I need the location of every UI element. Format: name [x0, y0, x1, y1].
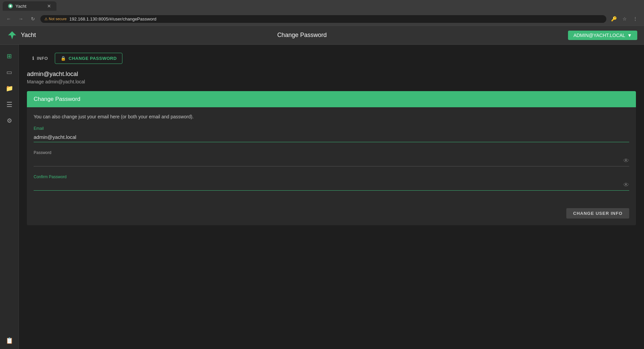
address-bar[interactable]: ⚠ Not secure 192.168.1.130:8005/#/user/c…	[40, 15, 606, 23]
card-footer: CHANGE USER INFO	[27, 205, 636, 225]
sidebar-item-dashboard[interactable]: ⊞	[2, 49, 17, 64]
password-input[interactable]	[34, 156, 629, 166]
form-description: You can also change just your email here…	[34, 114, 629, 119]
app-name: Yacht	[21, 32, 36, 39]
app-container: ⊞ ▭ 📁 ☰ ⚙ 📋 ⊙ ℹ INFO	[0, 45, 644, 349]
manage-label: Manage admin@yacht.local	[27, 79, 636, 84]
card-header: Change Password	[27, 91, 636, 107]
confirm-password-label: Confirm Password	[34, 174, 629, 179]
more-options-icon[interactable]: ⋮	[631, 14, 640, 24]
header-title: Change Password	[36, 32, 568, 39]
dashboard-icon: ⊞	[7, 52, 12, 60]
main-content: ℹ INFO 🔒 CHANGE PASSWORD admin@yacht.loc…	[19, 45, 644, 349]
not-secure-indicator: ⚠ Not secure	[44, 17, 67, 21]
change-user-info-button[interactable]: CHANGE USER INFO	[566, 208, 629, 219]
sidebar-bottom: 📋 ⊙	[2, 333, 17, 349]
confirm-password-field-group: Confirm Password 👁	[34, 174, 629, 191]
tab-favicon	[8, 4, 13, 8]
sidebar-item-apps[interactable]: 📁	[2, 81, 17, 96]
app-header: Yacht Change Password ADMIN@YACHT.LOCAL …	[0, 26, 644, 45]
change-password-card: Change Password You can also change just…	[27, 91, 636, 225]
username-heading: admin@yacht.local	[27, 71, 636, 78]
forward-button[interactable]: →	[16, 14, 26, 24]
password-field-group: Password 👁	[34, 150, 629, 166]
card-title: Change Password	[34, 96, 80, 102]
logo-icon	[7, 30, 17, 41]
password-label: Password	[34, 150, 629, 155]
browser-tabs: Yacht ✕	[0, 0, 644, 12]
dropdown-icon: ▼	[627, 33, 632, 38]
user-label: ADMIN@YACHT.LOCAL	[573, 33, 625, 38]
app-logo: Yacht	[7, 30, 36, 41]
email-label: Email	[34, 126, 629, 131]
url-text: 192.168.1.130:8005/#/user/changePassword	[69, 16, 156, 22]
info-tab-label: INFO	[37, 56, 48, 61]
confirm-password-visibility-toggle[interactable]: 👁	[623, 182, 629, 189]
confirm-password-input[interactable]	[34, 181, 629, 191]
containers-icon: ▭	[6, 69, 12, 76]
tab-info[interactable]: ℹ INFO	[27, 53, 53, 64]
sidebar-item-logs[interactable]: 📋	[2, 333, 17, 348]
settings-icon: ⚙	[7, 117, 12, 124]
warning-icon: ⚠	[44, 17, 48, 21]
browser-toolbar-right: 🔑 ☆ ⋮	[609, 14, 640, 24]
tab-close-button[interactable]: ✕	[47, 3, 51, 9]
browser-toolbar: ← → ↻ ⚠ Not secure 192.168.1.130:8005/#/…	[0, 12, 644, 26]
folder-icon: 📁	[6, 85, 13, 92]
key-icon[interactable]: 🔑	[609, 14, 618, 24]
browser-chrome: Yacht ✕ ← → ↻ ⚠ Not secure 192.168.1.130…	[0, 0, 644, 26]
lock-icon: 🔒	[61, 56, 66, 61]
reload-button[interactable]: ↻	[28, 14, 38, 24]
info-circle-icon: ℹ	[32, 56, 34, 61]
sidebar-item-settings[interactable]: ⚙	[2, 113, 17, 128]
templates-icon: ☰	[6, 101, 12, 109]
back-button[interactable]: ←	[4, 14, 13, 24]
sidebar-item-containers[interactable]: ▭	[2, 65, 17, 80]
tab-change-password[interactable]: 🔒 CHANGE PASSWORD	[55, 53, 123, 64]
sidebar: ⊞ ▭ 📁 ☰ ⚙ 📋 ⊙	[0, 45, 19, 349]
card-body: You can also change just your email here…	[27, 107, 636, 205]
email-field-group: Email	[34, 126, 629, 142]
logs-icon: 📋	[6, 337, 13, 344]
tab-bar: ℹ INFO 🔒 CHANGE PASSWORD	[27, 53, 636, 64]
email-input[interactable]	[34, 132, 629, 142]
user-info-section: admin@yacht.local Manage admin@yacht.loc…	[27, 71, 636, 84]
tab-title: Yacht	[15, 4, 26, 9]
sidebar-item-templates[interactable]: ☰	[2, 97, 17, 112]
password-visibility-toggle[interactable]: 👁	[623, 157, 629, 164]
password-tab-label: CHANGE PASSWORD	[69, 56, 117, 61]
browser-tab-active[interactable]: Yacht ✕	[3, 1, 56, 11]
user-menu-button[interactable]: ADMIN@YACHT.LOCAL ▼	[568, 31, 637, 40]
bookmark-icon[interactable]: ☆	[620, 14, 629, 24]
